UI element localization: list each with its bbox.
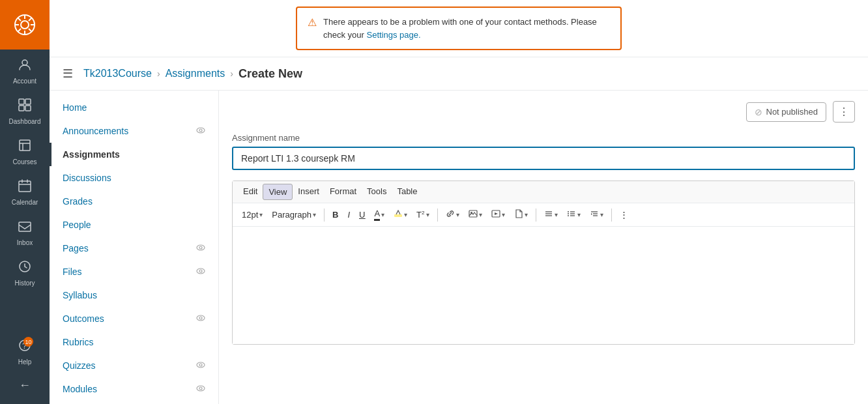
rte-menu-table[interactable]: Table <box>392 184 422 200</box>
svg-rect-14 <box>25 106 31 111</box>
indent-dropdown[interactable]: ▾ <box>586 207 607 222</box>
nav-item-eye-pages <box>196 244 205 253</box>
breadcrumb-course-link[interactable]: Tk2013Course <box>83 68 152 79</box>
highlight-dropdown[interactable]: ▾ <box>390 207 411 222</box>
sidebar-item-dashboard[interactable]: Dashboard <box>0 90 50 130</box>
history-icon <box>18 259 32 277</box>
font-color-dropdown[interactable]: A ▾ <box>370 207 388 223</box>
image-dropdown[interactable]: ▾ <box>465 207 486 222</box>
nav-item-announcements[interactable]: Announcements <box>50 119 218 143</box>
media-dropdown[interactable]: ▾ <box>487 207 509 222</box>
rte-menu-edit[interactable]: Edit <box>238 184 263 200</box>
nav-item-discussions[interactable]: Discussions <box>50 166 218 190</box>
help-icon: ? 10 <box>18 338 32 356</box>
breadcrumb-section-link[interactable]: Assignments <box>166 68 225 79</box>
more-options-button[interactable]: ⋮ <box>833 101 855 123</box>
nav-item-rubrics[interactable]: Rubrics <box>50 330 218 354</box>
rte-menu-format[interactable]: Format <box>325 184 362 200</box>
svg-line-9 <box>18 29 22 32</box>
superscript-icon: T2 <box>416 210 424 220</box>
nav-item-syllabus[interactable]: Syllabus <box>50 283 218 307</box>
nav-item-quizzes[interactable]: Quizzes <box>50 354 218 377</box>
paragraph-dropdown[interactable]: Paragraph ▾ <box>268 208 320 222</box>
svg-point-10 <box>22 60 27 65</box>
nav-item-eye-announcements <box>196 126 205 136</box>
underline-button[interactable]: U <box>355 208 369 222</box>
svg-rect-22 <box>19 222 31 231</box>
paragraph-value: Paragraph <box>272 210 311 220</box>
font-size-dropdown[interactable]: 12pt ▾ <box>238 208 267 222</box>
font-size-chevron: ▾ <box>259 211 263 218</box>
nav-item-assignments[interactable]: Assignments <box>50 143 218 166</box>
sidebar-collapse-button[interactable]: ← <box>0 371 50 397</box>
document-icon <box>514 209 523 220</box>
svg-point-33 <box>199 317 202 319</box>
alert-icon: ⚠ <box>308 16 317 29</box>
alert-settings-link[interactable]: Settings page. <box>366 30 420 40</box>
font-size-value: 12pt <box>242 210 258 220</box>
highlight-icon <box>394 209 403 220</box>
svg-line-8 <box>29 18 32 22</box>
nav-item-files[interactable]: Files <box>50 260 218 283</box>
align-dropdown[interactable]: ▾ <box>540 207 562 222</box>
superscript-dropdown[interactable]: T2 ▾ <box>412 208 433 222</box>
sidebar-item-help[interactable]: ? 10 Help <box>0 330 50 371</box>
list-icon <box>567 209 576 220</box>
rte-menu-insert[interactable]: Insert <box>293 184 325 200</box>
sidebar-item-label-history: History <box>14 280 35 287</box>
nav-item-eye-quizzes <box>196 361 205 370</box>
nav-item-outcomes[interactable]: Outcomes <box>50 307 218 330</box>
assignment-name-input[interactable] <box>232 147 855 170</box>
collapse-icon: ← <box>19 379 31 392</box>
nav-item-label-modules: Modules <box>63 384 97 394</box>
nav-item-pages[interactable]: Pages <box>50 237 218 260</box>
rte-menu-view[interactable]: View <box>263 184 293 200</box>
bold-button[interactable]: B <box>328 208 342 222</box>
nav-item-grades[interactable]: Grades <box>50 190 218 213</box>
assignment-name-label: Assignment name <box>232 133 855 143</box>
sidebar-item-label-calendar: Calendar <box>12 199 38 206</box>
nav-item-eye-outcomes <box>196 314 205 323</box>
paragraph-chevron: ▾ <box>313 211 316 218</box>
courses-icon <box>18 138 32 156</box>
editor-top-bar: ⊘ Not published ⋮ <box>232 101 855 123</box>
menu-toggle-button[interactable]: ☰ <box>63 66 73 81</box>
sidebar-item-calendar[interactable]: Calendar <box>0 171 50 211</box>
nav-item-eye-files <box>196 267 205 276</box>
rte-menu-tools[interactable]: Tools <box>362 184 392 200</box>
list-dropdown[interactable]: ▾ <box>563 207 585 222</box>
svg-point-34 <box>197 362 205 368</box>
link-dropdown[interactable]: ▾ <box>442 207 463 222</box>
svg-point-36 <box>197 386 205 391</box>
indent-icon <box>590 209 599 220</box>
svg-point-27 <box>199 129 202 132</box>
toolbar-sep-4 <box>611 209 612 222</box>
not-published-button[interactable]: ⊘ Not published <box>746 102 827 122</box>
nav-item-home[interactable]: Home <box>50 96 218 119</box>
svg-line-7 <box>29 29 32 32</box>
main-sidebar: Account Dashboard Courses Calendar Inbox… <box>0 0 50 404</box>
not-published-label: Not published <box>766 107 818 117</box>
rte-body[interactable] <box>233 227 854 344</box>
svg-marker-42 <box>495 212 498 215</box>
rich-text-editor: EditViewInsertFormatToolsTable 12pt ▾ Pa… <box>232 180 855 345</box>
document-dropdown[interactable]: ▾ <box>510 207 532 222</box>
toolbar-sep-1 <box>324 209 325 222</box>
nav-item-people[interactable]: People <box>50 213 218 237</box>
sidebar-item-inbox[interactable]: Inbox <box>0 211 50 252</box>
nav-item-modules[interactable]: Modules <box>50 377 218 401</box>
calendar-icon <box>18 179 32 196</box>
svg-line-6 <box>18 18 22 22</box>
italic-button[interactable]: I <box>343 208 354 222</box>
sidebar-item-courses[interactable]: Courses <box>0 130 50 171</box>
svg-point-50 <box>568 215 569 216</box>
more-toolbar-button[interactable]: ⋮ <box>616 208 632 222</box>
svg-rect-11 <box>19 99 24 104</box>
nav-item-label-rubrics: Rubrics <box>63 337 93 347</box>
content-area: HomeAnnouncementsAssignmentsDiscussionsG… <box>50 91 868 404</box>
svg-point-1 <box>21 21 29 29</box>
sidebar-item-history[interactable]: History <box>0 252 50 292</box>
svg-point-30 <box>197 268 205 274</box>
svg-point-35 <box>199 364 202 366</box>
sidebar-item-account[interactable]: Account <box>0 50 50 90</box>
